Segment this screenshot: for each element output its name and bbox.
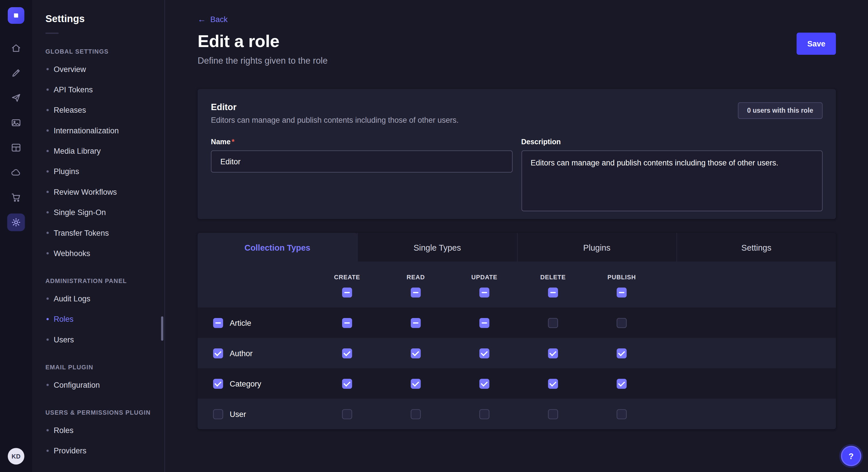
article-publish-checkbox[interactable] — [617, 318, 627, 328]
main-nav-rail: KD — [0, 0, 32, 472]
bullet-dot-icon — [46, 297, 49, 300]
row-article-checkbox[interactable] — [213, 318, 223, 328]
back-label: Back — [210, 14, 228, 24]
tab-plugins[interactable]: Plugins — [517, 233, 676, 262]
back-link[interactable]: ← Back — [197, 14, 227, 24]
nav-item-deploy[interactable] — [7, 89, 25, 107]
strapi-logo[interactable] — [8, 7, 24, 24]
select-all-delete-checkbox[interactable] — [548, 288, 558, 298]
article-create-checkbox[interactable] — [342, 318, 352, 328]
bullet-dot-icon — [46, 109, 49, 111]
select-all-update-checkbox[interactable] — [479, 288, 489, 298]
category-update-checkbox[interactable] — [479, 378, 489, 389]
name-label: Name* — [211, 138, 513, 146]
sidebar-item-users[interactable]: Users — [32, 329, 164, 349]
cell-author-update — [450, 348, 519, 358]
bullet-dot-icon — [46, 338, 49, 340]
sidebar-item-overview[interactable]: Overview — [32, 59, 164, 79]
author-create-checkbox[interactable] — [342, 348, 352, 358]
column-label: UPDATE — [471, 274, 497, 280]
user-read-checkbox[interactable] — [411, 409, 421, 419]
cell-user-publish — [587, 409, 656, 419]
sidebar-item-configuration[interactable]: Configuration — [32, 374, 164, 395]
user-create-checkbox[interactable] — [342, 409, 352, 419]
select-all-publish-checkbox[interactable] — [617, 288, 627, 298]
sidebar-item-review-workflows[interactable]: Review Workflows — [32, 181, 164, 202]
sidebar-item-media-library[interactable]: Media Library — [32, 140, 164, 161]
page-subtitle: Define the rights given to the role — [197, 56, 328, 66]
article-update-checkbox[interactable] — [479, 318, 489, 328]
user-publish-checkbox[interactable] — [617, 409, 627, 419]
category-create-checkbox[interactable] — [342, 378, 352, 389]
sidebar-item-audit-logs[interactable]: Audit Logs — [32, 288, 164, 308]
description-field: Description Editors can manage and publi… — [521, 138, 823, 211]
cell-category-publish — [587, 378, 656, 389]
column-label: CREATE — [334, 274, 360, 280]
author-publish-checkbox[interactable] — [617, 348, 627, 358]
bullet-dot-icon — [46, 429, 49, 431]
column-publish: PUBLISH — [587, 274, 656, 298]
cell-author-delete — [519, 348, 587, 358]
nav-item-settings[interactable] — [7, 213, 25, 231]
nav-item-home[interactable] — [7, 39, 25, 57]
permissions-tabs: Collection TypesSingle TypesPluginsSetti… — [197, 233, 836, 262]
tab-single-types[interactable]: Single Types — [357, 233, 517, 262]
marketplace-icon — [11, 192, 22, 203]
tab-collection-types[interactable]: Collection Types — [197, 233, 357, 262]
sidebar-title: Settings — [45, 13, 164, 25]
sidebar-item-providers[interactable]: Providers — [32, 440, 164, 461]
author-update-checkbox[interactable] — [479, 348, 489, 358]
article-read-checkbox[interactable] — [411, 318, 421, 328]
bullet-dot-icon — [46, 150, 49, 152]
sidebar-scroll-thumb[interactable] — [161, 316, 163, 341]
role-name-input[interactable] — [211, 150, 513, 173]
sidebar-item-single-sign-on[interactable]: Single Sign-On — [32, 202, 164, 222]
sidebar-item-webhooks[interactable]: Webhooks — [32, 243, 164, 263]
nav-item-content-manager[interactable] — [7, 64, 25, 82]
sidebar-item-plugins[interactable]: Plugins — [32, 161, 164, 181]
select-all-create-checkbox[interactable] — [342, 288, 352, 298]
row-user-checkbox[interactable] — [213, 409, 223, 419]
row-author-checkbox[interactable] — [213, 348, 223, 358]
category-delete-checkbox[interactable] — [548, 378, 558, 389]
nav-item-marketplace[interactable] — [7, 189, 25, 206]
save-button[interactable]: Save — [797, 33, 836, 55]
permissions-card: Collection TypesSingle TypesPluginsSetti… — [197, 233, 836, 429]
sidebar-section-heading: GLOBAL SETTINGS — [45, 48, 151, 55]
cell-category-create — [313, 378, 381, 389]
row-category-checkbox[interactable] — [213, 378, 223, 389]
bullet-dot-icon — [46, 129, 49, 131]
tab-settings[interactable]: Settings — [676, 233, 836, 262]
sidebar-item-roles[interactable]: Roles — [32, 308, 164, 329]
author-delete-checkbox[interactable] — [548, 348, 558, 358]
sidebar-item-transfer-tokens[interactable]: Transfer Tokens — [32, 222, 164, 243]
help-button[interactable]: ? — [841, 445, 861, 466]
cell-author-create — [313, 348, 381, 358]
nav-item-media-library[interactable] — [7, 114, 25, 132]
nav-item-content-type-builder[interactable] — [7, 139, 25, 157]
user-delete-checkbox[interactable] — [548, 409, 558, 419]
select-all-read-checkbox[interactable] — [411, 288, 421, 298]
role-description-input[interactable]: Editors can manage and publish contents … — [521, 150, 823, 211]
sidebar-item-releases[interactable]: Releases — [32, 100, 164, 120]
sidebar-item-label: Plugins — [54, 167, 79, 175]
sidebar-item-internationalization[interactable]: Internationalization — [32, 120, 164, 140]
category-publish-checkbox[interactable] — [617, 378, 627, 389]
author-read-checkbox[interactable] — [411, 348, 421, 358]
sidebar-item-roles[interactable]: Roles — [32, 420, 164, 440]
user-update-checkbox[interactable] — [479, 409, 489, 419]
article-delete-checkbox[interactable] — [548, 318, 558, 328]
column-update: UPDATE — [450, 274, 519, 298]
category-read-checkbox[interactable] — [411, 378, 421, 389]
sidebar-item-label: Webhooks — [54, 248, 90, 258]
users-count-badge[interactable]: 0 users with this role — [738, 102, 823, 119]
cloud-icon — [11, 167, 22, 178]
sidebar-item-api-tokens[interactable]: API Tokens — [32, 79, 164, 100]
user-avatar[interactable]: KD — [8, 448, 24, 464]
settings-sidebar: Settings GLOBAL SETTINGS Overview API To… — [32, 0, 165, 472]
sidebar-item-label: Roles — [54, 426, 73, 434]
nav-item-cloud[interactable] — [7, 164, 25, 181]
sidebar-item-label: Audit Logs — [54, 294, 90, 303]
role-card-heading-block: Editor Editors can manage and publish co… — [211, 102, 459, 125]
bullet-dot-icon — [46, 231, 49, 234]
